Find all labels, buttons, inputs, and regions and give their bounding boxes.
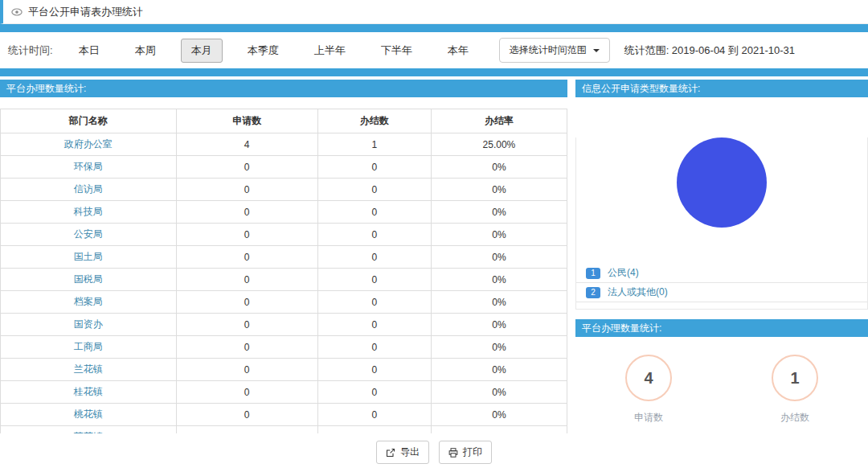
value-cell: 0% (431, 404, 567, 426)
filter-label: 统计时间: (8, 43, 53, 58)
export-icon (386, 448, 395, 458)
value-cell: 0% (431, 179, 567, 201)
stat-value-circle: 4 (625, 355, 672, 401)
value-cell: 0 (317, 359, 431, 381)
request-type-panel-body: 1公民(4)2法人或其他(0) (575, 137, 868, 310)
filter-option-本月[interactable]: 本月 (181, 39, 223, 63)
dept-name-cell[interactable]: 科技局 (1, 201, 177, 224)
dept-name-cell[interactable]: 国资办 (1, 314, 177, 336)
dept-name-cell[interactable]: 荷花镇 (1, 426, 177, 434)
table-row: 荷花镇000% (1, 426, 567, 434)
stats-table: 部门名称申请数办结数办结率 政府办公室4125.00%环保局000%信访局000… (0, 109, 567, 433)
value-cell: 0 (317, 179, 431, 201)
legend-badge: 1 (586, 268, 600, 279)
table-row: 桂花镇000% (1, 381, 567, 404)
value-cell: 0 (176, 246, 317, 269)
filter-options: 本日本周本月本季度上半年下半年本年 (61, 39, 486, 63)
value-cell: 0% (431, 246, 567, 269)
table-row: 国税局000% (1, 269, 567, 291)
dept-stats-panel: 平台办理数量统计: 部门名称申请数办结数办结率 政府办公室4125.00%环保局… (0, 80, 567, 433)
legend-label: 法人或其他(0) (608, 285, 668, 299)
table-header-cell: 申请数 (176, 109, 317, 133)
chevron-down-icon (593, 49, 600, 52)
stat-label: 办结数 (772, 411, 818, 425)
filter-option-下半年[interactable]: 下半年 (371, 39, 423, 63)
value-cell: 0 (176, 426, 317, 434)
print-button[interactable]: 打印 (439, 441, 492, 464)
value-cell: 0 (317, 314, 431, 336)
value-cell: 0% (431, 201, 567, 224)
dept-name-cell[interactable]: 公安局 (1, 224, 177, 246)
filter-option-本年[interactable]: 本年 (437, 39, 479, 63)
legend-item[interactable]: 1公民(4) (576, 264, 867, 283)
dept-name-cell[interactable]: 桃花镇 (1, 404, 177, 426)
value-cell: 0 (176, 291, 317, 314)
dept-name-cell[interactable]: 工商局 (1, 336, 177, 359)
value-cell: 0% (431, 381, 567, 404)
legend-badge: 2 (586, 287, 600, 298)
dept-name-cell[interactable]: 政府办公室 (1, 133, 177, 156)
export-button[interactable]: 导出 (376, 441, 429, 464)
table-header-cell: 部门名称 (1, 109, 177, 133)
value-cell: 0 (317, 291, 431, 314)
value-cell: 0 (176, 336, 317, 359)
main-content: 平台办理数量统计: 部门名称申请数办结数办结率 政府办公室4125.00%环保局… (0, 76, 868, 433)
dept-name-cell[interactable]: 国税局 (1, 269, 177, 291)
request-type-panel: 信息公开申请类型数量统计: 1公民(4)2法人或其他(0) (575, 80, 868, 310)
value-cell: 0 (317, 381, 431, 404)
dept-name-cell[interactable]: 国土局 (1, 246, 177, 269)
table-header-cell: 办结率 (431, 109, 567, 133)
eye-icon (11, 6, 23, 18)
dept-name-cell[interactable]: 信访局 (1, 179, 177, 201)
dept-name-cell[interactable]: 档案局 (1, 291, 177, 314)
value-cell: 0 (317, 246, 431, 269)
pie-chart[interactable] (677, 137, 767, 228)
value-cell: 25.00% (431, 133, 567, 156)
print-icon (448, 448, 458, 458)
dept-stats-panel-title: 平台办理数量统计: (0, 80, 567, 97)
table-row: 工商局000% (1, 336, 567, 359)
filter-bar: 统计时间: 本日本周本月本季度上半年下半年本年 选择统计时间范围 统计范围: 2… (0, 32, 868, 68)
table-row: 国土局000% (1, 246, 567, 269)
value-cell: 0% (431, 314, 567, 336)
value-cell: 0 (176, 404, 317, 426)
filter-option-本周[interactable]: 本周 (125, 39, 166, 63)
pie-legend: 1公民(4)2法人或其他(0) (576, 264, 867, 302)
value-cell: 0 (176, 359, 317, 381)
value-cell: 0 (317, 201, 431, 224)
dept-name-cell[interactable]: 桂花镇 (1, 381, 177, 404)
value-cell: 0% (431, 359, 567, 381)
table-header-row: 部门名称申请数办结数办结率 (1, 109, 567, 133)
dept-name-cell[interactable]: 兰花镇 (1, 359, 177, 381)
legend-item[interactable]: 2法人或其他(0) (576, 283, 867, 302)
select-range-button[interactable]: 选择统计时间范围 (499, 38, 610, 63)
value-cell: 0% (431, 224, 567, 246)
value-cell: 0 (317, 336, 431, 359)
platform-totals-panel: 平台办理数量统计: 4申请数1办结数 (575, 319, 868, 425)
table-row: 信访局000% (1, 179, 567, 201)
page-header: 平台公开申请表办理统计 (0, 0, 868, 24)
table-row: 公安局000% (1, 224, 567, 246)
top-divider-band (0, 24, 868, 32)
table-row: 国资办000% (1, 314, 567, 336)
filter-option-上半年[interactable]: 上半年 (304, 39, 356, 63)
filter-option-本日[interactable]: 本日 (68, 39, 110, 63)
value-cell: 0 (317, 404, 431, 426)
dept-name-cell[interactable]: 环保局 (1, 156, 177, 179)
print-button-label: 打印 (463, 445, 482, 459)
range-text: 统计范围: 2019-06-04 到 2021-10-31 (624, 43, 795, 58)
table-row: 桃花镇000% (1, 404, 567, 426)
value-cell: 0 (176, 179, 317, 201)
right-column: 信息公开申请类型数量统计: 1公民(4)2法人或其他(0) 平台办理数量统计: … (575, 80, 868, 433)
value-cell: 0% (431, 291, 567, 314)
filter-option-本季度[interactable]: 本季度 (237, 39, 289, 63)
value-cell: 0 (176, 314, 317, 336)
filter-divider-band (0, 68, 868, 76)
value-cell: 0 (317, 224, 431, 246)
value-cell: 0% (431, 269, 567, 291)
platform-totals-panel-title: 平台办理数量统计: (575, 319, 868, 337)
table-row: 环保局000% (1, 156, 567, 179)
value-cell: 4 (176, 133, 317, 156)
value-cell: 0 (317, 269, 431, 291)
value-cell: 0 (176, 224, 317, 246)
